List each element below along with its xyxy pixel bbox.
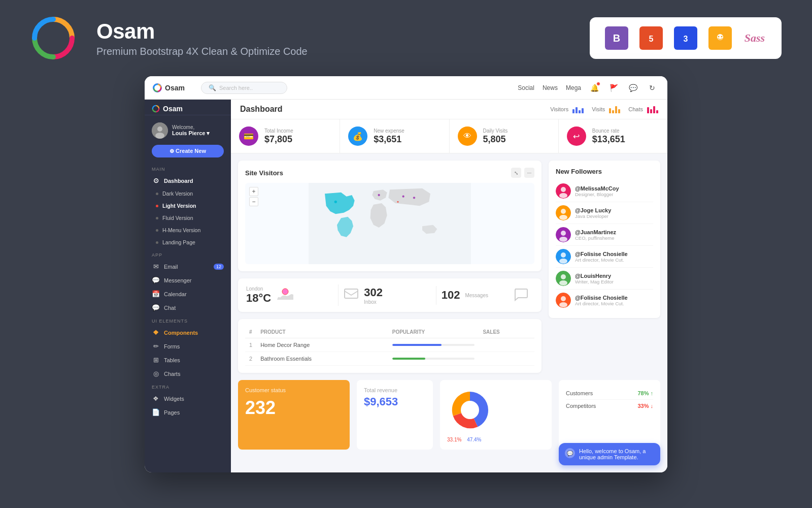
sidebar-forms-label: Forms bbox=[164, 343, 180, 350]
follower-role-2: Java Developer bbox=[575, 213, 611, 219]
sidebar-h-menu-label: H-Menu Version bbox=[162, 227, 200, 233]
charts-icon: ◎ bbox=[152, 370, 160, 377]
expand-btn[interactable]: ⤡ bbox=[511, 168, 521, 178]
site-visitors-title: Site Visitors bbox=[245, 169, 283, 177]
app-logo-icon bbox=[30, 15, 76, 61]
dot-icon bbox=[156, 229, 158, 232]
col-sales: Sales bbox=[479, 326, 534, 338]
weather-temp: 18°C bbox=[246, 292, 271, 305]
svg-point-29 bbox=[561, 231, 566, 236]
income-icon: 💳 bbox=[239, 126, 258, 146]
metric-row-competitors: Competitors 33% ↓ bbox=[566, 400, 653, 412]
sidebar-item-h-menu-version[interactable]: H-Menu Version bbox=[145, 224, 231, 236]
zoom-in-btn[interactable]: + bbox=[249, 187, 258, 196]
svg-point-18 bbox=[413, 197, 415, 199]
customer-status-number: 232 bbox=[245, 397, 343, 419]
follower-info-1: @MelissaMcCoy Designer, Blogger bbox=[575, 185, 619, 197]
zoom-out-btn[interactable]: − bbox=[249, 197, 258, 206]
col-popularity: Popularity bbox=[388, 326, 479, 338]
svg-point-17 bbox=[402, 196, 404, 198]
sidebar-section-main-label: Main bbox=[145, 163, 231, 174]
sidebar-section-ui-label: UI Elements bbox=[145, 314, 231, 326]
sidebar-item-widgets[interactable]: ❖ Widgets bbox=[145, 392, 231, 405]
svg-point-20 bbox=[282, 289, 288, 295]
two-col-layout: Site Visitors ⤡ ··· + − bbox=[231, 153, 667, 380]
chats-link[interactable]: Chats bbox=[628, 105, 658, 113]
visits-link[interactable]: Visits bbox=[592, 105, 620, 113]
email-icon: ✉ bbox=[152, 263, 160, 270]
follower-name-6: @Folisise Chosielle bbox=[575, 295, 628, 301]
nav-logo-text: Osam bbox=[165, 84, 185, 92]
customer-status-label: Customer status bbox=[245, 387, 343, 393]
flag-icon[interactable]: 🚩 bbox=[606, 81, 621, 95]
nav-link-mega[interactable]: Mega bbox=[566, 84, 581, 91]
sidebar-item-tables[interactable]: ⊞ Tables bbox=[145, 353, 231, 367]
bounce-icon: ↩ bbox=[567, 126, 586, 146]
visits-mini-chart bbox=[609, 105, 620, 113]
sidebar-item-light-version[interactable]: Light Version bbox=[145, 200, 231, 212]
svg-point-24 bbox=[559, 193, 567, 198]
tech-badges: B 5 3 Sass bbox=[590, 17, 782, 59]
stat-card-expense: 💰 New expense $3,651 bbox=[340, 119, 449, 153]
expense-value: $3,651 bbox=[374, 134, 404, 145]
svg-point-12 bbox=[157, 126, 162, 132]
pie-chart-svg bbox=[447, 387, 493, 433]
sidebar-item-dark-version[interactable]: Dark Version bbox=[145, 187, 231, 200]
chat-sidebar-icon: 💬 bbox=[152, 304, 160, 311]
visits-stat-label: Daily Visits bbox=[483, 128, 508, 134]
sidebar-item-pages[interactable]: 📄 Pages bbox=[145, 405, 231, 419]
svg-point-16 bbox=[378, 194, 380, 196]
revenue-label: Total revenue bbox=[364, 387, 426, 393]
follower-name-5: @LouisHenry bbox=[575, 273, 614, 279]
inbox-data: 302 Inbox bbox=[364, 286, 383, 305]
svg-text:5: 5 bbox=[649, 35, 654, 43]
sidebar-item-landing-page[interactable]: Landing Page bbox=[145, 236, 231, 248]
refresh-icon[interactable]: ↻ bbox=[645, 81, 659, 95]
sidebar-item-messenger[interactable]: 💬 Messenger bbox=[145, 273, 231, 287]
sidebar-item-components[interactable]: ❖ Components bbox=[145, 326, 231, 339]
sidebar-section-app-label: App bbox=[145, 248, 231, 260]
notification-icon[interactable]: 🔔 bbox=[587, 81, 601, 95]
follower-avatar-4 bbox=[556, 249, 571, 264]
follower-info-2: @Joge Lucky Java Developer bbox=[575, 207, 611, 219]
notification-badge bbox=[596, 82, 600, 86]
chat-bubble[interactable]: 💬 Hello, welcome to Osam, a unique admin… bbox=[559, 443, 660, 465]
create-new-label: ⊕ Create New bbox=[170, 148, 206, 154]
visitors-link[interactable]: Visitors bbox=[550, 105, 584, 113]
svg-point-9 bbox=[721, 36, 723, 38]
sidebar-item-forms[interactable]: ✏ Forms bbox=[145, 339, 231, 353]
metric-competitors-name: Competitors bbox=[566, 403, 596, 409]
chat-icon[interactable]: 💬 bbox=[626, 81, 640, 95]
sidebar-item-email[interactable]: ✉ Email 12 bbox=[145, 260, 231, 273]
sidebar-item-dashboard[interactable]: ⊙ Dashboard bbox=[145, 174, 231, 187]
stat-card-income: 💳 Total Income $7,805 bbox=[231, 119, 340, 153]
nav-link-news[interactable]: News bbox=[543, 84, 558, 91]
more-btn[interactable]: ··· bbox=[524, 168, 534, 178]
follower-item-3: @JuanMartinez CEO, puffinsheme bbox=[556, 224, 653, 246]
tables-icon: ⊞ bbox=[152, 356, 160, 364]
pie-legend-blue: 47.4% bbox=[467, 437, 481, 442]
sidebar-item-fluid-version[interactable]: Fluid Version bbox=[145, 212, 231, 224]
svg-point-38 bbox=[561, 296, 566, 301]
follower-role-3: CEO, puffinsheme bbox=[575, 235, 616, 241]
metric-row-customers: Customers 78% ↑ bbox=[566, 387, 653, 400]
income-info: Total Income $7,805 bbox=[264, 128, 293, 145]
row-sales bbox=[479, 352, 534, 366]
weather-city: London bbox=[246, 286, 271, 292]
svg-point-39 bbox=[559, 302, 567, 307]
sidebar-item-charts[interactable]: ◎ Charts bbox=[145, 367, 231, 380]
metric-competitors-pct: 33% ↓ bbox=[637, 403, 653, 409]
metric-customers-name: Customers bbox=[566, 390, 593, 396]
follower-name-2: @Joge Lucky bbox=[575, 207, 611, 213]
world-map: + − bbox=[245, 183, 534, 264]
follower-avatar-2 bbox=[556, 205, 571, 220]
sidebar-item-calendar[interactable]: 📅 Calendar bbox=[145, 287, 231, 301]
svg-point-8 bbox=[718, 36, 720, 38]
follower-avatar-5 bbox=[556, 271, 571, 286]
search-bar[interactable]: 🔍 Search here.. bbox=[201, 82, 287, 94]
sidebar-create-button[interactable]: ⊕ Create New bbox=[152, 145, 224, 157]
weather-block: London 18°C bbox=[246, 284, 339, 306]
follower-name-4: @Folisise Chosielle bbox=[575, 251, 628, 257]
nav-link-social[interactable]: Social bbox=[518, 84, 534, 91]
sidebar-item-chat[interactable]: 💬 Chat bbox=[145, 301, 231, 314]
